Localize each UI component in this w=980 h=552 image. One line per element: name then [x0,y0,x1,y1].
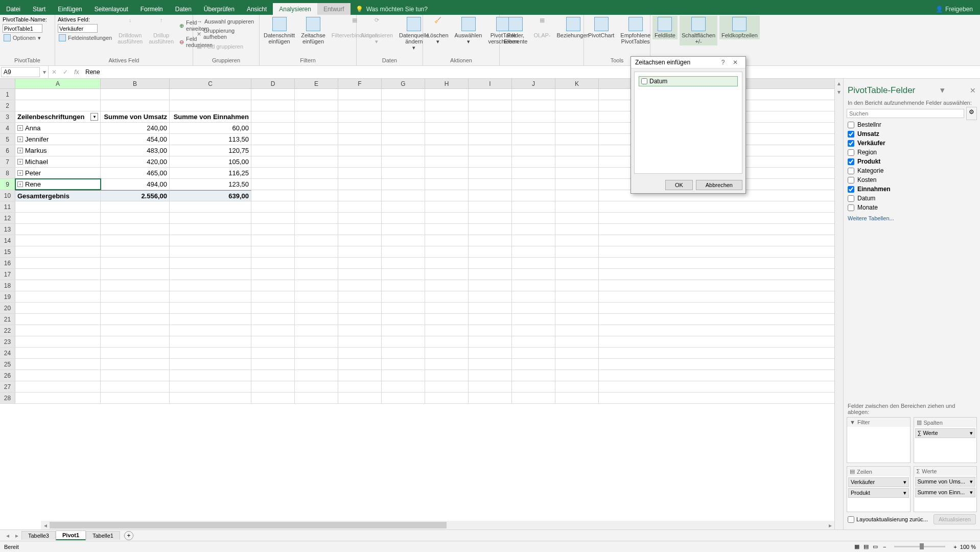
cell[interactable] [555,393,599,403]
cell[interactable] [382,393,425,403]
cell[interactable]: +Markus [15,145,101,156]
select-all-corner[interactable] [0,79,15,88]
cell[interactable] [512,145,555,156]
cell[interactable] [101,213,170,223]
pivottable-name-input[interactable] [3,24,42,33]
fx-icon[interactable]: fx [71,68,82,76]
cell[interactable] [15,213,101,223]
cancel-button[interactable]: Abbrechen [696,180,742,190]
tab-seitenlayout[interactable]: Seitenlayout [88,3,134,15]
cell[interactable] [338,168,382,178]
cell[interactable] [555,201,599,212]
cell[interactable] [555,269,599,280]
cell[interactable] [295,201,338,212]
cell[interactable]: 113,50 [170,134,251,145]
scroll-right-icon[interactable]: ▸ [826,522,834,529]
cell[interactable] [469,348,512,358]
cell[interactable] [295,213,338,223]
row-header[interactable]: 9 [0,179,15,190]
cell[interactable] [512,168,555,178]
col-header-a[interactable]: A [15,79,101,88]
row-header[interactable]: 22 [0,325,15,336]
cell[interactable]: 483,00 [101,145,170,156]
sheet-tab[interactable]: Tabelle3 [21,531,56,540]
cell[interactable] [101,393,170,403]
cell[interactable] [382,325,425,336]
name-box[interactable]: A9 [1,67,40,77]
cell[interactable] [555,123,599,133]
cell[interactable] [469,314,512,325]
cell[interactable]: Summe von Einnahmen [170,111,251,122]
cell[interactable] [512,190,555,201]
cell[interactable] [469,145,512,156]
cell[interactable] [469,291,512,302]
cell[interactable] [170,235,251,246]
vertical-scrollbar[interactable]: ▴ ▾ [834,79,843,530]
cell[interactable] [338,291,382,302]
expand-button[interactable]: + [17,136,23,142]
cell[interactable] [170,280,251,291]
cell[interactable] [512,235,555,246]
field-item[interactable]: Produkt [847,157,977,166]
cell[interactable] [295,314,338,325]
cell[interactable] [338,213,382,223]
field-checkbox[interactable] [848,122,854,128]
cell[interactable] [382,201,425,212]
field-item[interactable]: Kosten [847,175,977,185]
cell[interactable] [512,246,555,257]
field-checkbox[interactable] [848,131,854,137]
cell[interactable] [295,134,338,145]
tab-formeln[interactable]: Formeln [134,3,169,15]
cell[interactable] [555,325,599,336]
cell[interactable] [469,100,512,111]
cell[interactable] [338,190,382,201]
cell[interactable] [295,145,338,156]
cell[interactable] [512,269,555,280]
cell[interactable] [251,314,295,325]
dialog-close-icon[interactable]: ✕ [729,59,741,66]
clear-button[interactable]: 🧹Löschen ▾ [425,16,451,46]
cell[interactable] [251,111,295,122]
cell[interactable]: 60,00 [170,123,251,133]
cell[interactable] [338,89,382,100]
row-filter-button[interactable]: ▾ [90,113,98,121]
pivotchart-button[interactable]: PivotChart [586,16,616,39]
cell[interactable] [251,348,295,358]
cell[interactable] [555,179,599,190]
cell[interactable] [512,348,555,358]
scroll-up-icon[interactable]: ▴ [835,79,843,87]
cell[interactable] [170,89,251,100]
cell[interactable] [251,145,295,156]
cell[interactable] [469,393,512,403]
cell[interactable] [382,145,425,156]
cell[interactable] [251,359,295,370]
col-header-b[interactable]: B [101,79,170,88]
cell[interactable] [15,303,101,313]
cell[interactable] [338,325,382,336]
cell[interactable] [251,123,295,133]
scroll-down-icon[interactable]: ▾ [835,87,843,96]
cell[interactable] [425,325,469,336]
cell[interactable] [425,89,469,100]
cell[interactable] [382,314,425,325]
area-item[interactable]: Produkt▾ [848,488,909,498]
expand-button[interactable]: + [17,148,23,153]
cell[interactable] [512,258,555,268]
cell[interactable] [251,246,295,257]
cell[interactable] [382,156,425,167]
field-checkbox[interactable] [848,186,854,193]
row-header[interactable]: 5 [0,134,15,145]
tab-analysieren[interactable]: Analysieren [273,3,317,15]
cell[interactable] [382,303,425,313]
row-header[interactable]: 23 [0,336,15,347]
cell[interactable] [338,123,382,133]
cell[interactable] [338,111,382,122]
cell[interactable] [555,235,599,246]
tab-ueberpruefen[interactable]: Überprüfen [198,3,241,15]
cell[interactable] [512,314,555,325]
cell[interactable] [170,336,251,347]
cell[interactable] [15,359,101,370]
cell[interactable] [101,100,170,111]
cell[interactable] [382,348,425,358]
cell[interactable] [251,258,295,268]
